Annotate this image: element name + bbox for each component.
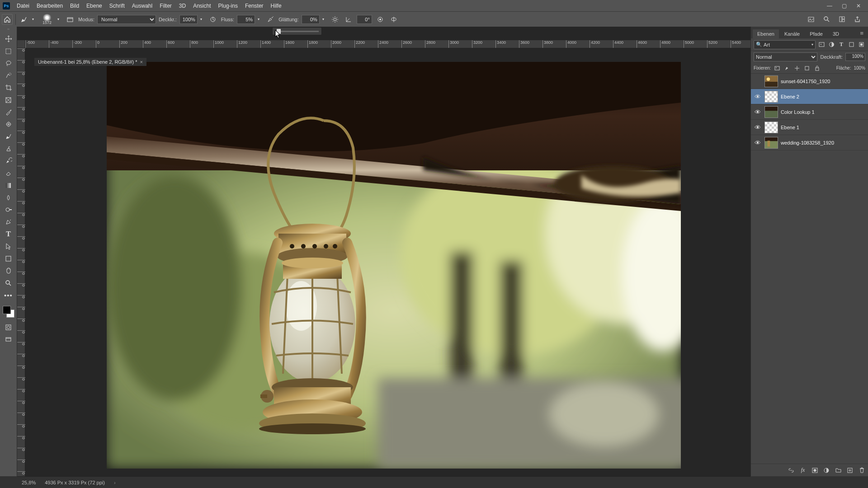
lock-move-icon[interactable] — [793, 65, 801, 72]
frame-tool[interactable] — [2, 94, 15, 106]
filter-smart-icon[interactable] — [857, 41, 865, 49]
type-tool[interactable]: T — [2, 228, 15, 240]
chevron-down-icon[interactable]: ▾ — [200, 17, 205, 21]
chevron-down-icon[interactable]: ▾ — [258, 17, 262, 21]
zoom-tool[interactable] — [2, 277, 15, 289]
menu-ansicht[interactable]: Ansicht — [190, 1, 214, 10]
canvas-viewport[interactable] — [25, 48, 750, 476]
visibility-toggle[interactable]: 👁 — [754, 124, 762, 131]
new-layer-button[interactable] — [846, 467, 854, 474]
close-icon[interactable]: × — [140, 59, 143, 65]
lock-artboard-icon[interactable] — [803, 65, 811, 72]
dodge-tool[interactable] — [2, 204, 15, 216]
quick-selection-tool[interactable] — [2, 70, 15, 81]
layer-filter-input[interactable] — [764, 42, 811, 47]
delete-layer-button[interactable] — [858, 467, 865, 474]
foreground-color-swatch[interactable] — [3, 306, 11, 314]
brush-tool[interactable] — [2, 131, 15, 142]
share-button[interactable] — [852, 14, 863, 25]
panel-menu-button[interactable]: ≡ — [857, 28, 866, 38]
opacity-input[interactable]: 100% — [179, 15, 198, 24]
canvas[interactable] — [107, 62, 681, 469]
color-swatches[interactable] — [2, 305, 15, 319]
layer-mask-button[interactable] — [811, 467, 818, 474]
menu-hilfe[interactable]: Hilfe — [268, 1, 285, 10]
tab-kanaele[interactable]: Kanäle — [780, 29, 804, 38]
tool-preset-button[interactable] — [19, 14, 29, 25]
filter-adjustment-icon[interactable] — [827, 41, 835, 49]
brush-settings-button[interactable] — [65, 14, 75, 25]
blur-tool[interactable] — [2, 192, 15, 203]
filter-type-icon[interactable]: T — [837, 41, 845, 49]
clone-stamp-tool[interactable] — [2, 143, 15, 155]
filter-shape-icon[interactable] — [847, 41, 855, 49]
vertical-ruler[interactable]: 0000000000000000000000000000000000000000 — [17, 48, 25, 476]
chevron-right-icon[interactable]: › — [114, 480, 116, 485]
lock-pixels-icon[interactable] — [774, 65, 781, 72]
flow-input[interactable]: 5% — [237, 15, 255, 24]
chevron-down-icon[interactable]: ▾ — [32, 17, 37, 21]
layer-thumbnail[interactable] — [764, 91, 778, 103]
shape-tool[interactable] — [2, 253, 15, 264]
layer-filter-select[interactable]: 🔍 ▾ — [754, 40, 816, 49]
menu-plugins[interactable]: Plug-ins — [215, 1, 241, 10]
layer-name[interactable]: Color Lookup 1 — [781, 109, 815, 115]
layer-name[interactable]: wedding-1083258_1920 — [781, 140, 834, 145]
cloud-docs-button[interactable] — [806, 14, 816, 25]
hand-tool[interactable] — [2, 265, 15, 277]
lasso-tool[interactable] — [2, 57, 15, 69]
menu-3d[interactable]: 3D — [176, 1, 189, 10]
pen-tool[interactable] — [2, 216, 15, 228]
layer-row[interactable]: 👁 Ebene 1 — [751, 120, 868, 135]
fill-input[interactable]: 100% — [854, 66, 865, 70]
menu-schrift[interactable]: Schrift — [106, 1, 128, 10]
lock-position-icon[interactable] — [783, 65, 791, 72]
flow-slider-popup[interactable] — [272, 27, 322, 35]
brush-preset-picker[interactable]: 1572 — [39, 13, 55, 26]
menu-filter[interactable]: Filter — [156, 1, 175, 10]
grip-icon[interactable]: ›› — [4, 28, 13, 31]
layer-name[interactable]: Ebene 1 — [781, 125, 799, 130]
quick-mask-button[interactable] — [2, 321, 15, 333]
horizontal-ruler[interactable]: -500-400-2000200400600800100012001400160… — [25, 40, 750, 48]
angle-input[interactable]: 0° — [357, 15, 372, 24]
visibility-toggle[interactable]: 👁 — [754, 108, 762, 116]
menu-fenster[interactable]: Fenster — [242, 1, 267, 10]
tab-ebenen[interactable]: Ebenen — [753, 29, 779, 38]
layer-row[interactable]: 👁 wedding-1083258_1920 — [751, 135, 868, 150]
crop-tool[interactable] — [2, 82, 15, 94]
slider-thumb[interactable] — [277, 29, 281, 34]
move-tool[interactable] — [2, 33, 15, 45]
layer-thumbnail[interactable] — [764, 106, 778, 118]
chevron-down-icon[interactable]: ▾ — [57, 17, 62, 21]
edit-toolbar-button[interactable]: ••• — [2, 289, 15, 301]
smoothing-input[interactable]: 0% — [302, 15, 320, 24]
layer-row[interactable]: 👁 sunset-6041750_1920 — [751, 74, 868, 89]
layer-name[interactable]: Ebene 2 — [781, 94, 799, 99]
layer-thumbnail[interactable] — [764, 75, 778, 87]
layer-opacity-input[interactable]: 100% — [845, 53, 865, 61]
tab-pfade[interactable]: Pfade — [805, 29, 827, 38]
menu-ebene[interactable]: Ebene — [83, 1, 105, 10]
opacity-pressure-button[interactable] — [208, 14, 218, 25]
group-layers-button[interactable] — [835, 467, 842, 474]
layer-name[interactable]: sunset-6041750_1920 — [781, 79, 830, 84]
symmetry-button[interactable] — [388, 14, 399, 25]
visibility-toggle[interactable]: 👁 — [754, 139, 762, 146]
eyedropper-tool[interactable] — [2, 106, 15, 118]
airbrush-button[interactable] — [265, 14, 276, 25]
eraser-tool[interactable] — [2, 167, 15, 179]
layer-thumbnail[interactable] — [764, 122, 778, 133]
layer-row[interactable]: 👁 Color Lookup 1 — [751, 104, 868, 120]
layer-style-button[interactable]: fx — [799, 467, 807, 474]
window-restore-button[interactable]: ▢ — [837, 1, 851, 10]
smoothing-options-button[interactable] — [330, 14, 340, 25]
filter-pixel-icon[interactable] — [817, 41, 826, 49]
path-selection-tool[interactable] — [2, 240, 15, 252]
window-minimize-button[interactable]: — — [823, 1, 836, 10]
document-tab[interactable]: Unbenannt-1 bei 25,8% (Ebene 2, RGB/8#) … — [34, 58, 146, 66]
visibility-toggle[interactable]: 👁 — [754, 93, 762, 100]
zoom-level[interactable]: 25,8% — [22, 480, 36, 485]
tab-3d[interactable]: 3D — [828, 29, 844, 38]
visibility-toggle[interactable]: 👁 — [754, 78, 762, 85]
